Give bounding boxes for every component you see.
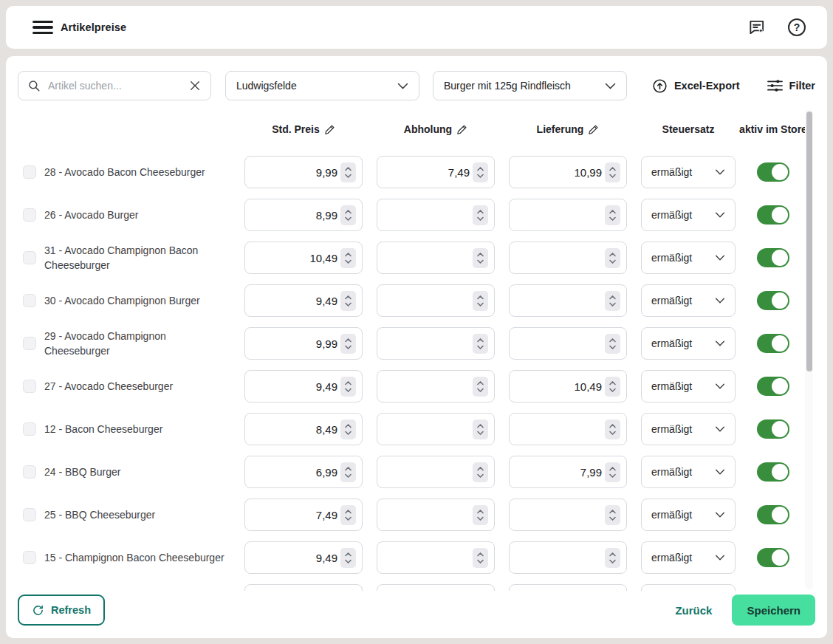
stepper-down-icon[interactable] [477,516,484,521]
active-in-store-toggle[interactable] [757,419,789,439]
stepper-up-icon[interactable] [345,552,352,557]
stepper-down-icon[interactable] [345,216,352,221]
stepper-down-icon[interactable] [477,431,484,435]
stepper-down-icon[interactable] [477,559,484,564]
stepper-up-icon[interactable] [477,338,484,343]
row-checkbox[interactable] [23,380,36,393]
stepper-up-icon[interactable] [609,295,616,300]
number-stepper[interactable] [605,462,620,482]
lieferung-input[interactable] [517,466,602,479]
stepper-down-icon[interactable] [477,473,484,478]
stepper-up-icon[interactable] [609,210,616,214]
steuersatz-select[interactable]: ermäßigt [641,370,736,402]
abholung-input[interactable] [385,209,470,222]
stepper-up-icon[interactable] [477,424,484,428]
stepper-up-icon[interactable] [345,338,352,343]
category-select[interactable]: Burger mit 125g Rindfleisch [433,71,627,100]
abholung-input[interactable] [385,295,470,307]
row-checkbox[interactable] [23,508,36,521]
number-stepper[interactable] [340,462,356,482]
edit-icon[interactable] [588,124,599,135]
stepper-down-icon[interactable] [345,473,352,478]
lieferung-input[interactable] [517,252,602,264]
active-in-store-toggle[interactable] [757,505,789,524]
lieferung-input[interactable] [517,423,602,436]
stepper-down-icon[interactable] [345,345,352,349]
stepper-up-icon[interactable] [609,338,616,343]
number-stepper[interactable] [605,548,620,568]
number-stepper[interactable] [340,162,356,182]
number-stepper[interactable] [340,419,356,439]
abholung-input[interactable] [385,552,470,564]
save-button[interactable]: Speichern [732,595,815,626]
number-stepper[interactable] [340,591,356,592]
filter-button[interactable]: Filter [767,79,815,92]
number-stepper[interactable] [605,248,620,268]
row-checkbox[interactable] [23,465,36,479]
number-stepper[interactable] [473,248,488,268]
stepper-up-icon[interactable] [345,210,352,214]
edit-icon[interactable] [324,124,335,135]
vertical-scrollbar[interactable] [805,109,813,589]
stepper-down-icon[interactable] [609,345,616,349]
stepper-down-icon[interactable] [345,259,352,264]
number-stepper[interactable] [605,205,620,225]
abholung-input[interactable] [385,509,470,521]
std-preis-input[interactable] [253,295,337,307]
number-stepper[interactable] [473,505,488,525]
stepper-up-icon[interactable] [609,552,616,557]
stepper-down-icon[interactable] [609,473,616,478]
std-preis-input[interactable] [253,466,337,479]
stepper-down-icon[interactable] [609,216,616,221]
lieferung-input[interactable] [517,380,602,393]
stepper-down-icon[interactable] [477,174,484,178]
lieferung-input[interactable] [517,295,602,307]
stepper-down-icon[interactable] [345,174,352,178]
steuersatz-select[interactable]: ermäßigt [641,499,736,531]
stepper-down-icon[interactable] [477,259,484,264]
stepper-down-icon[interactable] [345,516,352,521]
steuersatz-select[interactable] [641,584,736,591]
steuersatz-select[interactable]: ermäßigt [641,156,736,188]
back-button[interactable]: Zurück [675,604,712,617]
stepper-up-icon[interactable] [345,381,352,386]
refresh-button[interactable]: Refresh [18,595,105,626]
number-stepper[interactable] [605,334,620,354]
clear-search-icon[interactable] [188,79,202,92]
stepper-up-icon[interactable] [477,467,484,471]
steuersatz-select[interactable]: ermäßigt [641,284,736,317]
active-in-store-toggle[interactable] [757,291,789,310]
row-checkbox[interactable] [23,422,36,436]
steuersatz-select[interactable]: ermäßigt [641,199,736,231]
active-in-store-toggle[interactable] [757,248,789,267]
hamburger-menu-icon[interactable] [32,21,53,35]
store-select[interactable]: Ludwigsfelde [225,71,419,100]
search-input[interactable] [48,80,188,92]
stepper-up-icon[interactable] [345,295,352,300]
row-checkbox[interactable] [23,294,36,307]
number-stepper[interactable] [340,505,356,525]
stepper-up-icon[interactable] [477,253,484,257]
row-checkbox[interactable] [23,551,36,564]
active-in-store-toggle[interactable] [757,377,789,396]
number-stepper[interactable] [473,462,488,482]
stepper-down-icon[interactable] [609,516,616,521]
stepper-up-icon[interactable] [477,510,484,514]
lieferung-input[interactable] [517,209,602,222]
stepper-up-icon[interactable] [345,424,352,428]
stepper-down-icon[interactable] [345,431,352,435]
number-stepper[interactable] [473,548,488,568]
stepper-up-icon[interactable] [345,167,352,171]
number-stepper[interactable] [473,377,488,397]
help-icon[interactable]: ? [787,18,806,37]
number-stepper[interactable] [605,505,620,525]
std-preis-input[interactable] [253,209,337,222]
abholung-input[interactable] [385,166,470,179]
stepper-down-icon[interactable] [609,259,616,264]
stepper-down-icon[interactable] [609,559,616,564]
number-stepper[interactable] [605,419,620,439]
std-preis-input[interactable] [253,552,337,564]
std-preis-input[interactable] [253,423,337,436]
stepper-down-icon[interactable] [477,388,484,392]
stepper-up-icon[interactable] [345,467,352,471]
